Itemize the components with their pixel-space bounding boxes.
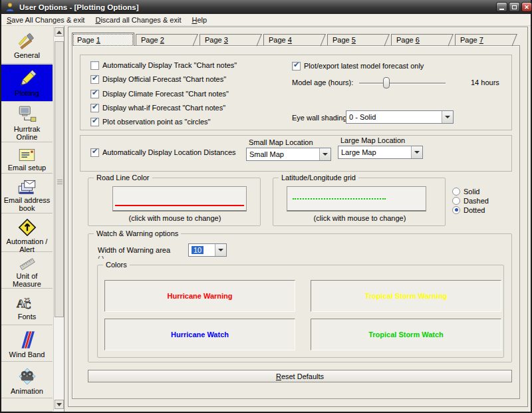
latlong-grid-button[interactable] bbox=[287, 186, 426, 211]
latlong-note: (click with mouse to change) bbox=[273, 214, 446, 222]
checkbox-box bbox=[292, 62, 301, 70]
radio-dot bbox=[452, 206, 460, 214]
group-caption: Colors bbox=[103, 261, 130, 269]
maximize-button[interactable] bbox=[509, 2, 520, 12]
tab-page-2[interactable]: Page 2 bbox=[136, 34, 198, 45]
tools-icon bbox=[17, 33, 37, 51]
arrow-up-icon bbox=[57, 31, 62, 34]
warning-width-select[interactable]: 10 bbox=[188, 243, 227, 257]
scrollbar-thumb[interactable] bbox=[55, 41, 64, 317]
sidebar-item-animation[interactable]: Animation bbox=[1, 362, 53, 398]
radio-label: Solid bbox=[464, 188, 479, 196]
sidebar-item-hurrtrak-online[interactable]: Hurrtrak Online bbox=[1, 102, 53, 142]
road-line-sample bbox=[115, 205, 244, 206]
chevron-down-icon[interactable] bbox=[442, 111, 453, 123]
sidebar-item-label: Email address bbox=[4, 196, 51, 204]
radio-dot bbox=[452, 197, 460, 205]
sidebar-item-fonts[interactable]: A 25 C Fonts bbox=[1, 289, 53, 325]
tab-page-3[interactable]: Page 3 bbox=[200, 34, 262, 45]
eye-wall-shading-label: Eye wall shading bbox=[292, 114, 347, 122]
maximize-icon bbox=[512, 5, 517, 9]
sidebar-item-label: Wind Band bbox=[9, 350, 45, 358]
tab-page-5[interactable]: Page 5 bbox=[327, 34, 390, 45]
projector-icon bbox=[17, 366, 38, 387]
checkbox-display-whatif-forecast[interactable]: Display what-if Forecast "Chart notes" bbox=[90, 103, 225, 112]
menu-help[interactable]: Help bbox=[192, 16, 207, 24]
tropical-storm-watch-color-panel[interactable]: Tropical Storm Watch bbox=[311, 319, 501, 350]
slider-track bbox=[359, 82, 446, 84]
chevron-down-icon[interactable] bbox=[215, 244, 226, 256]
fonts-abc-icon: A 25 C bbox=[16, 293, 39, 313]
tab-page-1[interactable]: Page 1 bbox=[72, 33, 134, 46]
sidebar-item-label2: Measure bbox=[13, 280, 41, 288]
sidebar-item-label: Email setup bbox=[8, 164, 46, 172]
menu-save-all-changes[interactable]: Save All Changes & exit bbox=[7, 16, 84, 24]
radio-dashed[interactable]: Dashed bbox=[452, 196, 489, 205]
close-icon: ✕ bbox=[524, 4, 529, 11]
sidebar-item-label: Unit of bbox=[17, 272, 38, 280]
road-line-color-button[interactable] bbox=[112, 186, 247, 211]
menu-bar: Save All Changes & exit Discard all Chan… bbox=[1, 14, 531, 26]
category-sidebar: General Plotting bbox=[1, 26, 65, 412]
minimize-button[interactable] bbox=[496, 2, 507, 12]
checkbox-plot-export-latest-model[interactable]: Plot/export latest model forecast only bbox=[292, 61, 424, 70]
sidebar-item-label: Plotting bbox=[15, 89, 39, 97]
small-map-location-label: Small Map Location bbox=[249, 138, 313, 146]
sidebar-item-automation-alert[interactable]: Automation / Alert bbox=[1, 214, 53, 252]
selected-value: Small Map bbox=[247, 150, 319, 158]
checkbox-box bbox=[90, 118, 99, 126]
checkbox-box bbox=[90, 75, 99, 84]
radio-label: Dashed bbox=[464, 197, 489, 205]
hurricane-watch-color-panel[interactable]: Hurricane Watch bbox=[104, 319, 295, 350]
width-unit-clipped-label: ( ) bbox=[98, 256, 178, 259]
chevron-down-icon[interactable] bbox=[319, 148, 331, 160]
color-panel-label: Hurricane Warning bbox=[168, 292, 233, 300]
sidebar-item-label: General bbox=[14, 51, 40, 59]
pencil-icon bbox=[17, 68, 38, 89]
color-panel-label: Hurricane Watch bbox=[171, 331, 229, 339]
checkbox-auto-display-location-distances[interactable]: Automatically Display Location Distances bbox=[90, 148, 236, 157]
scroll-down-button[interactable] bbox=[55, 400, 64, 409]
radio-dotted[interactable]: Dotted bbox=[452, 206, 485, 214]
tab-page-4[interactable]: Page 4 bbox=[263, 34, 326, 45]
hurricane-warning-color-panel[interactable]: Hurricane Warning bbox=[104, 280, 295, 312]
group-caption: Latitude/Longitude grid bbox=[279, 174, 358, 182]
checkbox-box bbox=[90, 61, 99, 70]
reset-defaults-button[interactable]: Reset Defaults bbox=[88, 370, 512, 382]
address-book-icon bbox=[17, 178, 38, 196]
model-age-label: Model age (hours): bbox=[292, 78, 353, 86]
sidebar-item-label: Animation bbox=[11, 387, 43, 395]
tab-page-6[interactable]: Page 6 bbox=[391, 34, 454, 45]
tab-page-7[interactable]: Page 7 bbox=[455, 34, 517, 45]
computer-network-icon bbox=[16, 105, 39, 125]
radio-solid[interactable]: Solid bbox=[452, 187, 479, 196]
road-line-note: (click with mouse to change) bbox=[88, 214, 261, 222]
checkbox-plot-observation-circles[interactable]: Plot observation point as "circles" bbox=[90, 117, 211, 126]
checkbox-display-official-forecast[interactable]: Display Official Forecast "Chart notes" bbox=[90, 74, 226, 84]
close-button[interactable]: ✕ bbox=[521, 2, 532, 12]
sidebar-item-general[interactable]: General bbox=[1, 29, 53, 64]
sidebar-item-unit-of-measure[interactable]: Unit of Measure bbox=[1, 253, 53, 289]
eye-wall-shading-select[interactable]: 0 - Solid bbox=[346, 110, 454, 124]
sidebar-item-partial[interactable] bbox=[1, 399, 53, 412]
checkbox-auto-display-track[interactable]: Automatically Display Track "Chart notes… bbox=[90, 61, 237, 70]
chevron-down-icon[interactable] bbox=[411, 146, 422, 158]
sidebar-item-wind-band[interactable]: Wind Band bbox=[1, 326, 53, 362]
model-age-slider[interactable] bbox=[359, 76, 446, 89]
tropical-storm-warning-color-panel[interactable]: Tropical Storm Warning bbox=[311, 280, 501, 312]
sidebar-scrollbar[interactable] bbox=[53, 27, 64, 411]
wind-band-icon bbox=[17, 329, 37, 350]
model-age-value: 14 hours bbox=[471, 78, 499, 86]
slider-thumb[interactable] bbox=[383, 77, 390, 88]
sidebar-item-email-setup[interactable]: Email setup bbox=[1, 143, 53, 174]
sidebar-item-email-address-book[interactable]: Email address book bbox=[1, 174, 53, 213]
sidebar-item-plotting[interactable]: Plotting bbox=[1, 65, 53, 102]
checkbox-box bbox=[90, 90, 99, 98]
sidebar-item-label2: book bbox=[19, 204, 35, 212]
scroll-up-button[interactable] bbox=[55, 27, 64, 37]
large-map-location-select[interactable]: Large Map bbox=[338, 146, 423, 159]
small-map-location-select[interactable]: Small Map bbox=[246, 148, 331, 161]
menu-discard-all-changes[interactable]: Discard all Changes & exit bbox=[95, 16, 181, 24]
title-bar[interactable]: User Options - [Plotting Options] ✕ bbox=[1, 0, 531, 14]
checkbox-display-climate-forecast[interactable]: Display Climate Forecast "Chart notes" bbox=[90, 89, 229, 98]
